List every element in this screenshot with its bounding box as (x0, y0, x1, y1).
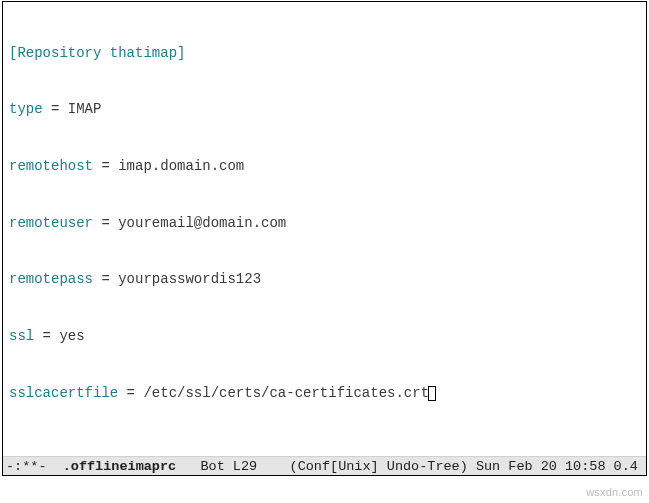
config-line-remotehost: remotehost = imap.domain.com (9, 157, 640, 176)
config-line-remoteuser: remoteuser = youremail@domain.com (9, 214, 640, 233)
editor-window: [Repository thatimap] type = IMAP remote… (2, 1, 647, 476)
watermark-text: wsxdn.com (586, 486, 643, 498)
modeline-modes: (Conf[Unix] Undo-Tree) (290, 459, 468, 474)
key-ssl: ssl (9, 328, 34, 344)
bracket-close: ] (177, 45, 185, 61)
text-cursor (428, 386, 436, 401)
key-remoteuser: remoteuser (9, 215, 93, 231)
value-remotehost: = imap.domain.com (93, 158, 244, 174)
config-line-section: [Repository thatimap] (9, 44, 640, 63)
value-ssl: = yes (34, 328, 84, 344)
key-type: type (9, 101, 43, 117)
value-sslcacertfile: = /etc/ssl/certs/ca-certificates.crt (118, 385, 429, 401)
section-keyword: Repository thatimap (17, 45, 177, 61)
modeline-status: -:**- (6, 459, 63, 474)
modeline-time: Sun Feb 20 10:58 0.4 (468, 459, 638, 474)
modeline-filename: .offlineimaprc (63, 459, 176, 474)
key-remotehost: remotehost (9, 158, 93, 174)
editor-buffer[interactable]: [Repository thatimap] type = IMAP remote… (3, 2, 646, 456)
key-remotepass: remotepass (9, 271, 93, 287)
config-line-type: type = IMAP (9, 100, 640, 119)
config-line-sslcacertfile: sslcacertfile = /etc/ssl/certs/ca-certif… (9, 384, 640, 403)
value-type: = IMAP (43, 101, 102, 117)
config-line-ssl: ssl = yes (9, 327, 640, 346)
value-remotepass: = yourpasswordis123 (93, 271, 261, 287)
key-sslcacertfile: sslcacertfile (9, 385, 118, 401)
config-line-remotepass: remotepass = yourpasswordis123 (9, 270, 640, 289)
value-remoteuser: = youremail@domain.com (93, 215, 286, 231)
mode-line: -:**- .offlineimaprc Bot L29 (Conf[Unix]… (3, 456, 646, 475)
modeline-position: Bot L29 (176, 459, 289, 474)
